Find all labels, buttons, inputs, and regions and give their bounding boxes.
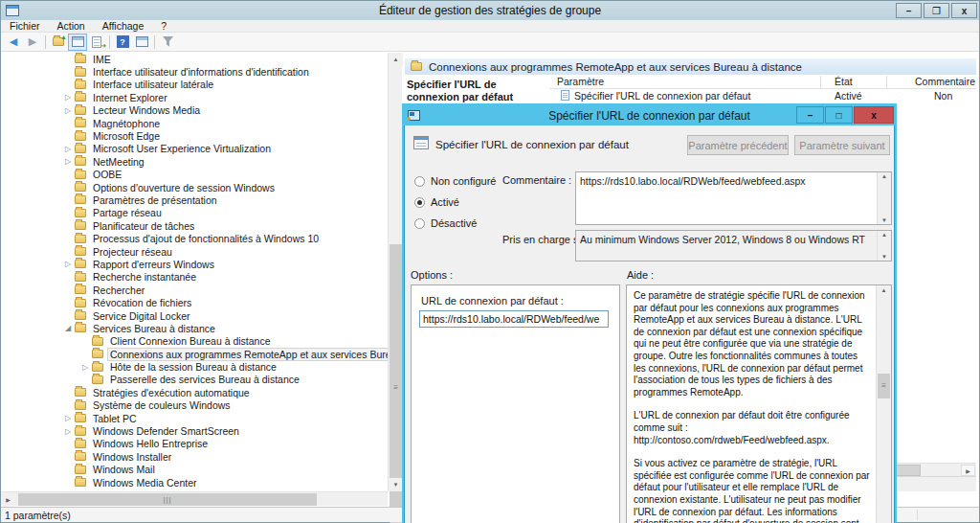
tree-item-label: Rapport d'erreurs Windows — [91, 259, 216, 270]
tree-item[interactable]: Révocation de fichiers — [2, 296, 388, 308]
tree-item[interactable]: Rechercher — [2, 284, 388, 296]
tree-item-label: Tablet PC — [91, 413, 139, 424]
dialog-maximize-button[interactable]: □ — [825, 106, 853, 124]
dialog-close-button[interactable]: x — [854, 106, 894, 124]
tree-item[interactable]: Windows Mail — [2, 464, 388, 476]
tree-item[interactable]: Windows Media Center — [2, 476, 388, 489]
expand-icon[interactable]: ▷ — [63, 157, 73, 166]
tree-item[interactable]: ▷Hôte de la session Bureau à distance — [2, 360, 388, 373]
tree-item[interactable]: Système de couleurs Windows — [2, 399, 388, 412]
tree-item[interactable]: OOBE — [2, 169, 388, 181]
tree-item[interactable]: ▷NetMeeting — [2, 155, 388, 168]
dialog-minimize-button[interactable]: – — [796, 106, 824, 124]
radio-active[interactable]: Activé — [414, 196, 459, 208]
setting-icon — [413, 136, 429, 149]
list-header: Connexions aux programmes RemoteApp et a… — [405, 58, 976, 75]
scroll-up-icon[interactable]: ▲ — [877, 287, 891, 293]
expand-icon[interactable]: ▷ — [63, 414, 73, 422]
tree-item[interactable]: Windows Hello Entreprise — [2, 438, 388, 450]
radio-desactive[interactable]: Désactivé — [414, 217, 477, 229]
filter-icon[interactable] — [158, 34, 177, 51]
tree-item[interactable]: ◢Services Bureau à distance — [2, 322, 388, 334]
tree-item[interactable]: ▷Tablet PC — [2, 412, 388, 424]
tree-item-label: Windows Mail — [91, 464, 157, 475]
tree-item[interactable]: ▷Rapport d'erreurs Windows — [2, 258, 388, 270]
tree-item[interactable]: Connexions aux programmes RemoteApp et a… — [2, 348, 388, 360]
tree-item[interactable]: ▷Windows Defender SmartScreen — [2, 424, 388, 437]
setting-row[interactable]: Spécifier l'URL de connexion par défaut … — [549, 89, 976, 102]
scroll-down-icon[interactable]: ▼ — [389, 478, 403, 491]
properties-window-icon[interactable] — [132, 34, 151, 51]
column-etat[interactable]: État — [835, 76, 853, 87]
expand-icon[interactable]: ▷ — [63, 260, 73, 268]
previous-setting-button[interactable]: Paramètre précédent — [687, 135, 789, 155]
back-icon[interactable]: ◀ — [4, 34, 23, 51]
column-commentaire[interactable]: Commentaire — [915, 76, 975, 87]
next-setting-button[interactable]: Paramètre suivant — [794, 135, 890, 155]
tree-item[interactable]: Microsoft Edge — [2, 129, 388, 142]
menu-help[interactable]: ? — [152, 20, 175, 32]
close-button[interactable]: x — [951, 3, 977, 18]
expand-icon[interactable]: ▷ — [63, 427, 73, 436]
tree-item[interactable]: Projecteur réseau — [2, 245, 388, 258]
list-hscroll-thumb[interactable] — [896, 465, 921, 476]
scroll-right-icon[interactable]: ▶ — [961, 465, 975, 476]
menu-action[interactable]: Action — [49, 20, 94, 32]
tree-item[interactable]: Passerelle des services Bureau à distanc… — [2, 374, 388, 386]
tree-item[interactable]: Paramètres de présentation — [2, 193, 388, 206]
tree-item[interactable]: ▷Microsoft User Experience Virtualizatio… — [2, 143, 388, 155]
scroll-up-icon[interactable]: ▲ — [389, 53, 403, 66]
tree-item[interactable]: Stratégies d'exécution automatique — [2, 386, 388, 398]
help-icon[interactable]: ? — [113, 34, 132, 51]
tree-item[interactable]: Planificateur de tâches — [2, 219, 388, 232]
tree-item[interactable]: Processus d'ajout de fonctionnalités à W… — [2, 232, 388, 244]
menu-affichage[interactable]: Affichage — [94, 20, 153, 32]
tree-horizontal-scrollbar[interactable]: ◀ ||| ▶ — [1, 491, 388, 506]
tree-item-label: Microsoft User Experience Virtualization — [91, 143, 273, 154]
tree-item[interactable]: Client Connexion Bureau à distance — [2, 335, 388, 348]
menu-fichier[interactable]: Fichier — [1, 20, 49, 32]
tree-item[interactable]: IME — [2, 53, 388, 65]
tree-item-label: Paramètres de présentation — [91, 194, 219, 206]
expand-icon[interactable]: ▷ — [63, 106, 73, 115]
url-field-label: URL de connexion par défaut : — [421, 295, 564, 307]
folder-icon — [75, 145, 86, 153]
tree-item[interactable]: Interface utilisateur d'informations d'i… — [2, 65, 388, 78]
help-scroll-thumb[interactable]: ≡ — [878, 374, 890, 398]
tree-hscroll-thumb[interactable]: ||| — [18, 493, 317, 506]
tree-item-label: Options d'ouverture de session Windows — [91, 182, 277, 193]
expand-icon[interactable]: ▷ — [63, 93, 73, 102]
tree-item[interactable]: Partage réseau — [2, 207, 388, 219]
tree-item[interactable]: ▷Internet Explorer — [2, 91, 388, 103]
options-panel: URL de connexion par défaut : — [411, 284, 620, 523]
tree-item[interactable]: ▷Lecteur Windows Media — [2, 104, 388, 117]
tree-item[interactable]: Options d'ouverture de session Windows — [2, 181, 388, 193]
restore-button[interactable]: ❐ — [924, 3, 949, 18]
tree-item[interactable]: Magnétophone — [2, 117, 388, 129]
expand-icon[interactable]: ▷ — [80, 363, 90, 372]
supported-scrollbar[interactable]: ▲▼ — [877, 231, 891, 261]
minimize-button[interactable]: – — [896, 3, 922, 18]
comment-textarea[interactable]: https://rds10.labo.local/RDWeb/feed/webf… — [575, 171, 892, 225]
column-parametre[interactable]: Paramètre — [557, 76, 604, 87]
tree-item-label: Magnétophone — [91, 118, 162, 129]
tree-item[interactable]: Windows Installer — [2, 450, 388, 463]
folder-icon — [75, 427, 86, 436]
url-input[interactable] — [419, 310, 609, 328]
comment-scrollbar[interactable]: ▲▼ — [877, 172, 891, 224]
tree-item[interactable]: Service Digital Locker — [2, 309, 388, 322]
expand-icon[interactable]: ▷ — [63, 145, 73, 153]
tree-item[interactable]: Recherche instantanée — [2, 271, 388, 284]
scroll-right-icon[interactable]: ▶ — [1, 492, 15, 506]
export-list-icon[interactable]: ➜ — [87, 34, 106, 51]
up-one-level-icon[interactable]: ▲ — [49, 34, 68, 51]
show-console-tree-icon[interactable] — [68, 34, 87, 51]
collapse-icon[interactable]: ◢ — [63, 324, 73, 332]
tree-vertical-scrollbar[interactable]: ▲ ≡ ▼ — [388, 53, 402, 491]
forward-icon[interactable]: ▶ — [23, 34, 42, 51]
radio-non-configure[interactable]: Non configuré — [414, 175, 497, 187]
tree-item-label: Stratégies d'exécution automatique — [91, 387, 252, 398]
help-scrollbar[interactable]: ▲ ≡ ▼ — [876, 285, 891, 523]
tree-item[interactable]: Interface utilisateur latérale — [2, 79, 388, 91]
radio-icon — [414, 218, 425, 229]
